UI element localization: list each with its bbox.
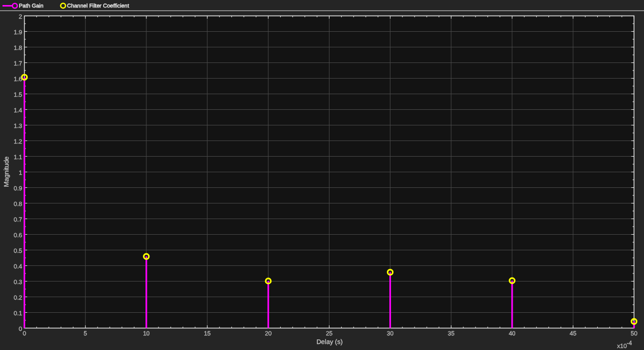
svg-text:15: 15 [204,330,211,337]
svg-text:1: 1 [19,169,22,176]
svg-text:0.7: 0.7 [14,216,22,223]
svg-text:0: 0 [23,330,26,337]
svg-text:5: 5 [84,330,87,337]
svg-text:1.1: 1.1 [14,154,22,161]
svg-text:45: 45 [570,330,577,337]
svg-text:1.4: 1.4 [14,107,22,114]
svg-text:25: 25 [326,330,333,337]
svg-text:1.2: 1.2 [14,138,22,145]
svg-text:0.4: 0.4 [14,263,22,270]
svg-text:0.5: 0.5 [14,247,22,254]
svg-text:0.1: 0.1 [14,310,22,317]
svg-text:30: 30 [387,330,394,337]
svg-text:1.8: 1.8 [14,44,22,51]
svg-text:1.3: 1.3 [14,122,22,129]
svg-text:Channel Filter Coefficient: Channel Filter Coefficient [67,3,129,9]
svg-text:1.5: 1.5 [14,91,22,98]
svg-text:Delay (s): Delay (s) [316,338,343,345]
svg-text:1.7: 1.7 [14,60,22,67]
svg-text:x10: x10 [617,342,627,349]
svg-text:1.6: 1.6 [14,76,22,83]
svg-text:0.6: 0.6 [14,232,22,239]
svg-text:50: 50 [631,330,638,337]
svg-text:0.3: 0.3 [14,278,22,286]
svg-text:2: 2 [19,13,22,20]
svg-text:Path Gain: Path Gain [19,3,44,9]
svg-text:0.8: 0.8 [14,200,22,207]
svg-text:Magnitude: Magnitude [3,157,10,187]
svg-text:-4: -4 [627,339,632,346]
svg-text:0.9: 0.9 [14,185,22,192]
svg-text:1.9: 1.9 [14,29,22,36]
svg-text:10: 10 [143,330,150,337]
svg-text:20: 20 [265,330,272,337]
svg-text:0.2: 0.2 [14,294,22,301]
svg-text:40: 40 [509,330,516,337]
svg-text:35: 35 [448,330,455,337]
svg-text:0: 0 [19,325,22,332]
